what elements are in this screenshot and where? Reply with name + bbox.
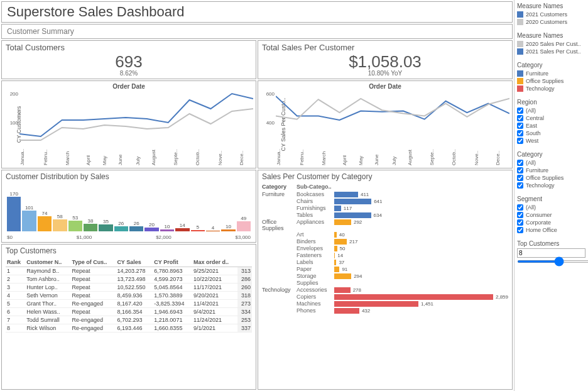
kpi-spc-title: Total Sales Per Customer (262, 43, 508, 52)
hbar-row[interactable]: Paper91 (262, 266, 508, 273)
section-title: Customer Distribution by Sales (6, 172, 252, 181)
table-row[interactable]: 3Hunter Lop..Repeat10,522.5505,045.85641… (6, 284, 252, 292)
kpi-customers-change: 8.62% (6, 70, 252, 77)
legend-category: CategoryFurnitureOffice SuppliesTechnolo… (517, 60, 585, 95)
col-header-category: Category (262, 184, 297, 190)
chart-area (19, 91, 253, 149)
hbar-row[interactable]: Furnishings117 (262, 205, 508, 212)
trend-title: Order Date (262, 83, 508, 90)
kpi-spc-change: 10.80% YoY (262, 70, 508, 77)
chart-area (276, 91, 509, 149)
legend-item[interactable]: Office Supplies (517, 77, 585, 85)
kpi-total-customers: Total Customers 693 8.62% (1, 40, 256, 79)
legend-item[interactable]: 2021 Sales Per Cust.. (517, 48, 585, 55)
filter-checkbox[interactable]: Consumer (517, 211, 585, 219)
hbar-row[interactable]: Labels37 (262, 259, 508, 266)
hbar-row[interactable]: Envelopes50 (262, 245, 508, 252)
hist-axis: $0$1,000$2,000$3,000 (7, 234, 251, 240)
y-axis: 600400 (262, 91, 275, 149)
x-axis: Janua..Febru..MarchAprilMayJuneJulyAugus… (19, 150, 253, 168)
filter-checkbox[interactable]: Central (517, 114, 585, 122)
table-row[interactable]: 4Seth VernonRepeat8,459.9361,570.38899/2… (6, 292, 252, 300)
filter-checkbox[interactable]: Corporate (517, 219, 585, 226)
hbar-row[interactable]: Tables634 (262, 212, 508, 219)
filter-region: Region(All)CentralEastSouthWest (517, 97, 585, 147)
hbar-row[interactable]: Supplies (262, 280, 508, 287)
table-row[interactable]: 2Tom Ashbro..Repeat13,723.4984,599.20731… (6, 275, 252, 284)
table-row[interactable]: 8Rick WilsonRe-engaged6,193.4461,660.835… (6, 324, 252, 333)
kpi-spc-value: $1,058.03 (262, 53, 508, 70)
filter-checkbox[interactable]: Technology (517, 182, 585, 189)
legend-measure-names-2: Measure Names2020 Sales Per Cust..2021 S… (517, 31, 585, 58)
y-axis: 200100 (6, 91, 18, 149)
section-title: Sales Per Customer by Category (262, 172, 508, 181)
table-row[interactable]: 7Todd SumrallRe-engaged6,702.2931,218.00… (6, 316, 252, 324)
hbar-row[interactable]: Office SuppliesAppliances292 (262, 219, 508, 231)
filter-checkbox[interactable]: West (517, 137, 585, 145)
filter-checkbox[interactable]: (All) (517, 204, 585, 211)
filter-segment: Segment(All)ConsumerCorporateHome Office (517, 194, 585, 236)
filter-checkbox[interactable]: South (517, 129, 585, 137)
kpi-customers-title: Total Customers (6, 43, 252, 52)
filter-checkbox[interactable]: Office Supplies (517, 174, 585, 182)
hbar-row[interactable]: Machines1,451 (262, 300, 508, 307)
hbar-row[interactable]: Copiers2,859 (262, 294, 508, 300)
legend-item[interactable]: Technology (517, 85, 585, 92)
hist-bars: 17010174585338352626201014541049 (7, 194, 251, 231)
hbar-row[interactable]: Art40 (262, 231, 508, 238)
top-n-title: Top Customers (517, 240, 585, 247)
legend-measure-names-1: Measure Names2021 Customers2020 Customer… (517, 1, 585, 28)
x-axis: Janua..Febru..MarchAprilMayJuneJulyAugus… (276, 150, 509, 168)
legend-item[interactable]: 2020 Sales Per Cust.. (517, 40, 585, 48)
table-row[interactable]: 5Grant Thor..Re-engaged8,167.420-3,825.3… (6, 300, 252, 308)
dashboard-title: Superstore Sales Dashboard (1, 1, 513, 23)
hbar-row[interactable]: Phones432 (262, 307, 508, 314)
hbar-row[interactable]: Storage294 (262, 273, 508, 280)
filter-checkbox[interactable]: (All) (517, 159, 585, 167)
dashboard-subtitle: Customer Summary (1, 24, 513, 39)
trend-title: Order Date (6, 83, 252, 90)
filter-checkbox[interactable]: Furniture (517, 167, 585, 174)
legend-item[interactable]: 2020 Customers (517, 18, 585, 26)
hbar-row[interactable]: FurnitureBookcases411 (262, 191, 508, 198)
filter-checkbox[interactable]: (All) (517, 107, 585, 114)
distribution-chart[interactable]: Customer Distribution by Sales 170101745… (1, 170, 256, 243)
hbar-row[interactable]: TechnologyAccessories278 (262, 287, 508, 294)
spc-category-chart[interactable]: Sales Per Customer by Category Category … (258, 170, 513, 390)
top-n-control: Top Customers ‹ › (517, 239, 585, 268)
spc-trend-chart[interactable]: Order Date CY Sales Per Custo.. 600400 J… (258, 80, 513, 168)
filters-sidebar: Measure Names2021 Customers2020 Customer… (514, 0, 588, 391)
section-title: Top Customers (6, 246, 252, 255)
legend-item[interactable]: Furniture (517, 70, 585, 77)
hbar-row[interactable]: Chairs641 (262, 198, 508, 205)
hbar-row[interactable]: Binders217 (262, 238, 508, 245)
hbar-row[interactable]: Fasteners14 (262, 252, 508, 259)
col-header-subcategory: Sub-Catego.. (297, 184, 334, 190)
top-customers-table[interactable]: RankCustomer N..Type of Cus..CY SalesCY … (6, 258, 252, 333)
filter-checkbox[interactable]: East (517, 122, 585, 129)
legend-item[interactable]: 2021 Customers (517, 11, 585, 18)
customers-trend-chart[interactable]: Order Date CY Customers 200100 Janua..Fe… (1, 80, 256, 168)
top-n-slider[interactable] (517, 260, 588, 263)
top-customers-panel: Top Customers RankCustomer N..Type of Cu… (1, 244, 256, 390)
table-row[interactable]: 1Raymond B..Repeat14,203.2786,780.89639/… (6, 267, 252, 275)
filter-checkbox[interactable]: Home Office (517, 226, 585, 234)
kpi-spc: Total Sales Per Customer $1,058.03 10.80… (258, 40, 513, 79)
filter-category: Category(All)FurnitureOffice SuppliesTec… (517, 150, 585, 192)
kpi-customers-value: 693 (6, 53, 252, 70)
table-row[interactable]: 6Helen Wass..Repeat8,166.3541,946.69439/… (6, 308, 252, 316)
